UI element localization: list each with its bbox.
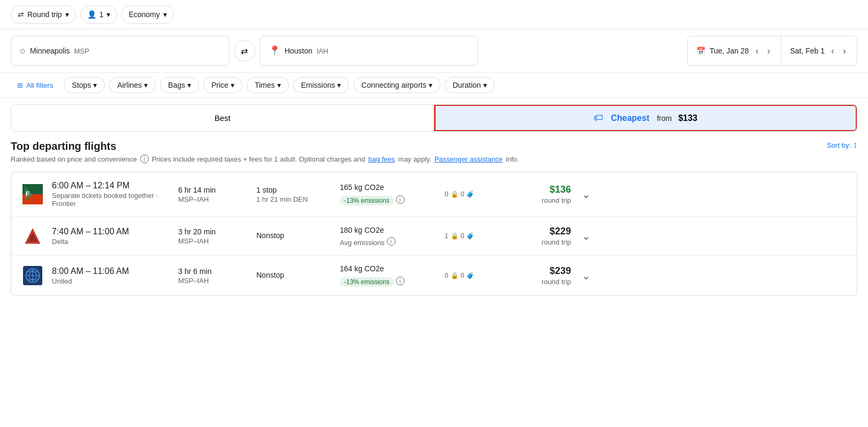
may-apply-text: may apply. [398,155,431,163]
stops-detail: 1 hr 21 min DEN [256,195,331,203]
price-type: round trip [496,238,571,246]
flight-price: $239 round trip [496,265,571,286]
flight-stops: Nonstop [256,231,331,241]
times-label: Times [255,81,275,89]
cabin-button[interactable]: Economy ▾ [121,5,173,24]
flight-stops: 1 stop 1 hr 21 min DEN [256,186,331,203]
lock-count: 0 [445,272,448,279]
origin-field[interactable]: ○ Minneapolis MSP [11,36,230,66]
origin-city: Minneapolis MSP [30,47,89,55]
emissions-chevron: ▾ [337,81,341,89]
times-filter-button[interactable]: Times ▾ [247,77,289,93]
passengers-icon: 👤 [87,10,96,19]
passenger-assistance-link[interactable]: Passenger assistance [435,155,502,163]
flight-emissions: 165 kg CO2e -13% emissions i [340,183,436,205]
flight-times: 6:00 AM – 12:14 PM [52,181,170,190]
bag-fees-link[interactable]: bag fees [368,155,395,163]
return-next-button[interactable]: › [841,43,848,59]
destination-city: Houston IAH [285,47,329,55]
stops-filter-button[interactable]: Stops ▾ [64,77,105,93]
bag-icon: 🧳 [466,232,474,240]
passengers-chevron: ▾ [106,10,110,19]
prices-note: Prices include required taxes + fees for… [152,155,366,163]
emissions-info-circle[interactable]: i [387,237,395,246]
lock-count: 0 [445,190,448,198]
bag-icon: 🧳 [466,190,474,198]
price-filter-button[interactable]: Price ▾ [203,77,242,93]
price-chevron: ▾ [231,81,234,89]
date-section: 📅 Tue, Jan 28 ‹ › Sat, Feb 1 ‹ › [687,36,857,66]
all-filters-button[interactable]: ⊞ All filters [11,78,59,93]
depart-next-button[interactable]: › [765,43,772,59]
duration-chevron: ▾ [483,81,487,89]
airline-logo-delta [22,225,43,247]
flight-row[interactable]: 8:00 AM – 11:06 AM United 3 hr 6 min MSP… [11,256,857,295]
svg-text:F: F [26,190,30,198]
flight-emissions: 180 kg CO2e Avg emissions i [340,226,436,247]
flight-time-info: 6:00 AM – 12:14 PM Separate tickets book… [52,181,170,208]
filters-bar: ⊞ All filters Stops ▾ Airlines ▾ Bags ▾ … [0,73,868,98]
best-sort-tab[interactable]: Best [11,105,434,131]
price-main: $229 [496,226,571,237]
flight-times: 7:40 AM – 11:00 AM [52,227,170,237]
stops-main: 1 stop [256,186,331,194]
flight-duration: 3 hr 20 min MSP–IAH [178,227,248,245]
flight-row[interactable]: F 6:00 AM – 12:14 PM Separate tickets bo… [11,172,857,217]
expand-button[interactable]: ⌄ [580,227,593,245]
price-type: round trip [496,278,571,286]
emissions-badge: -13% emissions [340,277,394,287]
trip-type-chevron: ▾ [65,10,69,19]
stops-label: Stops [72,81,91,89]
bag-icon: 🧳 [466,272,474,279]
cheapest-label: Cheapest [611,113,649,123]
swap-button[interactable]: ⇄ [234,40,255,62]
cabin-label: Economy [128,10,159,19]
emissions-info-circle[interactable]: i [396,277,405,285]
depart-date-field[interactable]: 📅 Tue, Jan 28 ‹ › [688,36,781,65]
flight-duration: 3 hr 6 min MSP–IAH [178,267,248,285]
sort-icon: ↕ [853,140,857,150]
destination-field[interactable]: 📍 Houston IAH [260,36,478,66]
expand-button[interactable]: ⌄ [580,267,593,284]
airlines-label: Airlines [117,81,142,89]
emissions-filter-button[interactable]: Emissions ▾ [293,77,349,93]
connecting-airports-label: Connecting airports [361,81,426,89]
bag-count: 0 [461,190,465,198]
duration-label: Duration [453,81,481,89]
return-date-field[interactable]: Sat, Feb 1 ‹ › [781,36,857,65]
passengers-count: 1 [100,10,104,19]
emissions-info-circle[interactable]: i [396,195,405,204]
airline-logo-united [22,265,43,286]
trip-type-button[interactable]: ⇄ Round trip ▾ [11,5,76,24]
flight-icons: 0 🔒 0 🧳 [445,272,488,279]
flight-time-info: 7:40 AM – 11:00 AM Delta [52,227,170,246]
airlines-filter-button[interactable]: Airlines ▾ [109,77,156,93]
best-label: Best [215,113,231,123]
trip-icon: ⇄ [18,10,24,19]
flight-icons: 1 🔒 0 🧳 [445,232,488,240]
sort-by-button[interactable]: Sort by: ↕ [827,140,857,150]
expand-button[interactable]: ⌄ [580,186,593,203]
passengers-button[interactable]: 👤 1 ▾ [80,5,118,24]
emissions-label: Emissions [301,81,336,89]
destination-icon: 📍 [269,45,280,57]
connecting-airports-filter-button[interactable]: Connecting airports ▾ [353,77,440,93]
depart-prev-button[interactable]: ‹ [753,43,760,59]
info-circle[interactable]: i [140,155,149,163]
lock-icon: 🔒 [451,232,459,240]
cheapest-sort-tab[interactable]: 🏷 Cheapest from $133 [435,105,857,131]
results-section: Top departing flights Ranked based on pr… [0,132,868,304]
calendar-icon: 📅 [696,47,705,55]
top-bar: ⇄ Round trip ▾ 👤 1 ▾ Economy ▾ [0,0,868,29]
all-filters-label: All filters [26,81,53,89]
results-title: Top departing flights [11,140,519,152]
duration-filter-button[interactable]: Duration ▾ [445,77,495,93]
airlines-chevron: ▾ [144,81,148,89]
origin-icon: ○ [20,45,26,57]
flight-row[interactable]: 7:40 AM – 11:00 AM Delta 3 hr 20 min MSP… [11,217,857,256]
bags-filter-button[interactable]: Bags ▾ [160,77,199,93]
return-prev-button[interactable]: ‹ [829,43,836,59]
cheapest-from-label: from [657,114,672,123]
flight-icons: 0 🔒 0 🧳 [445,190,488,198]
search-bar: ○ Minneapolis MSP ⇄ 📍 Houston IAH 📅 Tue,… [0,29,868,73]
